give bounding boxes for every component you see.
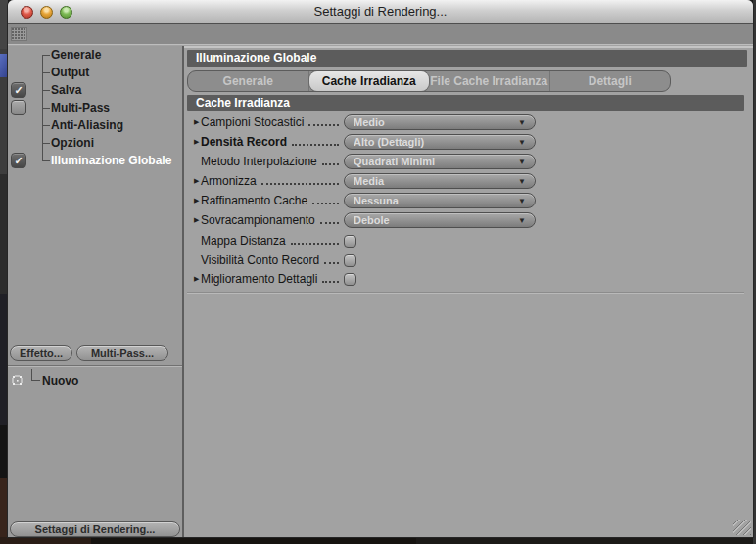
dropdown-arrow-icon: ▼ [518,197,526,205]
param-row-armonizza: ▶Armonizza Media▼ [195,173,743,189]
densita-record-dropdown[interactable]: Alto (Dettagli)▼ [344,134,536,150]
tree-branch [42,55,50,56]
dropdown-value: Nessuna [354,195,399,206]
dotted-leader [308,124,339,126]
expand-arrow-icon[interactable]: ▶ [194,216,199,224]
tab-cache-irradianza[interactable]: Cache Irradianza [309,71,430,91]
param-row-visibilita-conto-record: Visibilità Conto Record [195,252,743,268]
multi-pass-button[interactable]: Multi-Pass... [76,345,168,361]
section-header: Cache Irradianza [187,95,744,111]
param-label: Armonizza [201,174,257,188]
expand-arrow-icon[interactable]: ▶ [194,197,199,204]
tab-dettagli[interactable]: Dettagli [550,71,671,91]
title-bar[interactable]: Settaggi di Rendering... [8,0,753,24]
render-setting-icon [12,375,23,385]
sidebar-item-output[interactable]: Output [42,64,89,81]
sidebar-item-salva[interactable]: Salva [42,81,81,99]
tree-branch [42,90,50,91]
dropdown-value: Quadrati Minimi [354,156,435,167]
sidebar-item-label: Illuminazione Globale [50,154,171,167]
sidebar-item-label: Anti-Aliasing [50,118,123,132]
tab-generale[interactable]: Generale [188,71,309,91]
render-settings-window: Settaggi di Rendering... Generale Output… [8,0,753,537]
check-icon: ✓ [14,155,23,166]
drag-grip-icon[interactable] [11,27,27,41]
main-panel: Illuminazione Globale Generale Cache Irr… [184,46,753,537]
param-label: Miglioramento Dettagli [201,272,317,286]
dotted-leader [320,222,339,224]
sidebar-item-label: Generale [50,48,101,62]
settings-sidebar: Generale Output Salva Multi-Pass Anti-Al… [8,46,182,537]
sidebar-item-label: Output [50,66,89,79]
metodo-interpolazione-dropdown[interactable]: Quadrati Minimi▼ [344,154,536,169]
param-label: Sovracampionamento [201,213,315,227]
expand-arrow-icon[interactable]: ▶ [194,138,199,146]
dotted-leader [322,281,339,283]
visibilita-conto-record-checkbox[interactable] [344,254,356,267]
tree-connector [31,380,40,381]
desktop-background-left [0,0,8,544]
dropdown-arrow-icon: ▼ [518,138,526,147]
tab-file-cache-irradianza[interactable]: File Cache Irradianza [429,71,550,91]
resize-grip[interactable] [733,520,751,535]
settaggi-di-rendering-button[interactable]: Settaggi di Rendering... [10,521,180,537]
tree-branch [42,72,50,73]
dotted-leader [292,144,339,146]
campioni-stocastici-dropdown[interactable]: Medio▼ [344,114,536,130]
salva-enable-checkbox[interactable]: ✓ [11,82,26,98]
desktop-cube-fragment [0,54,8,77]
param-label: Visibilità Conto Record [201,253,319,267]
param-row-miglioramento-dettagli: ▶Miglioramento Dettagli [195,271,743,287]
param-row-mappa-distanza: Mappa Distanza [195,233,743,249]
param-label: Metodo Interpolazione [201,155,317,168]
expand-arrow-icon[interactable]: ▶ [194,177,199,185]
expand-arrow-icon[interactable]: ▶ [194,118,199,126]
dropdown-value: Media [354,175,384,187]
armonizza-dropdown[interactable]: Media▼ [344,173,536,189]
sidebar-divider-highlight [8,366,182,367]
sidebar-item-label: Salva [50,83,81,97]
multi-pass-enable-checkbox[interactable] [11,100,26,115]
dropdown-value: Alto (Dettagli) [354,136,424,148]
effetto-button[interactable]: Effetto... [10,345,72,361]
param-row-campioni-stocastici: ▶Campioni Stocastici Medio▼ [195,114,743,130]
param-label: Densità Record [201,135,287,149]
raffinamento-cache-dropdown[interactable]: Nessuna▼ [344,193,536,208]
mappa-distanza-checkbox[interactable] [344,235,356,248]
dropdown-arrow-icon: ▼ [518,216,526,225]
sidebar-item-multi-pass[interactable]: Multi-Pass [42,99,110,116]
param-row-metodo-interpolazione: Metodo Interpolazione Quadrati Minimi▼ [195,154,743,169]
sidebar-item-generale[interactable]: Generale [42,46,101,64]
dropdown-arrow-icon: ▼ [518,158,526,166]
param-row-densita-record: ▶Densità Record Alto (Dettagli)▼ [195,134,743,150]
dotted-leader [261,183,339,185]
sidebar-item-label: Multi-Pass [50,101,110,114]
panel-divider-highlight [187,293,744,294]
check-icon: ✓ [14,84,23,96]
sovracampionamento-dropdown[interactable]: Debole▼ [344,212,536,228]
dotted-leader [291,243,339,245]
panel-header: Illuminazione Globale [187,50,747,67]
render-setting-item-nuovo[interactable]: Nuovo [42,374,78,387]
param-label: Campioni Stocastici [201,115,304,129]
sidebar-item-opzioni[interactable]: Opzioni [42,134,94,152]
expand-arrow-icon[interactable]: ▶ [194,275,199,283]
illuminazione-globale-enable-checkbox[interactable]: ✓ [11,153,26,168]
param-label: Raffinamento Cache [201,194,307,207]
tab-strip: Generale Cache Irradianza File Cache Irr… [187,70,671,92]
dotted-leader [312,203,339,204]
dropdown-value: Debole [354,214,390,226]
tree-branch [42,108,50,109]
desktop-background-bottom [0,537,756,544]
sidebar-item-anti-aliasing[interactable]: Anti-Aliasing [42,116,123,134]
dropdown-arrow-icon: ▼ [518,118,526,127]
param-label: Mappa Distanza [201,234,286,248]
param-row-sovracampionamento: ▶Sovracampionamento Debole▼ [195,212,743,228]
sidebar-item-label: Opzioni [50,136,94,150]
dropdown-arrow-icon: ▼ [518,177,526,186]
dotted-leader [324,262,339,264]
miglioramento-dettagli-checkbox[interactable] [344,273,356,286]
tree-branch [42,143,50,144]
param-row-raffinamento-cache: ▶Raffinamento Cache Nessuna▼ [195,193,743,208]
sidebar-item-illuminazione-globale[interactable]: Illuminazione Globale [42,152,171,169]
